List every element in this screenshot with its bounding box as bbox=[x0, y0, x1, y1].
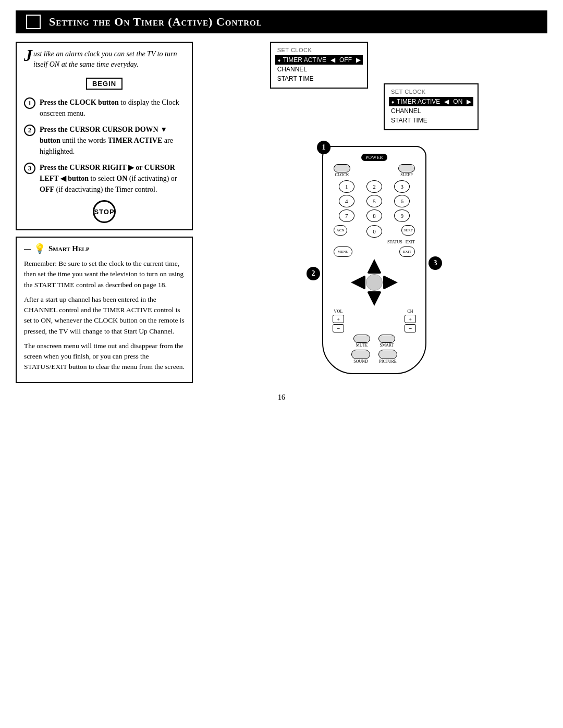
screen-left-wrapper: SET CLOCK ⬧ TIMER ACTIVE ◀ OFF ▶ CHANNEL… bbox=[270, 42, 368, 130]
tv-icon bbox=[26, 15, 41, 29]
right-arrow-indicator: ⬧ bbox=[391, 98, 395, 105]
btn-9[interactable]: 9 bbox=[394, 209, 410, 222]
acn-group: ACN bbox=[334, 225, 347, 238]
sound-label: SOUND bbox=[351, 359, 370, 364]
screen-right-row-1: CHANNEL bbox=[391, 106, 471, 116]
screen-right-on-value: ON bbox=[453, 98, 462, 105]
screens-container: SET CLOCK ⬧ TIMER ACTIVE ◀ OFF ▶ CHANNEL… bbox=[270, 42, 479, 130]
screen-right-row-0: ⬧ TIMER ACTIVE ◀ ON ▶ bbox=[389, 97, 473, 106]
smart-help-label: Smart Help bbox=[48, 244, 89, 253]
vol-buttons: + − bbox=[333, 315, 344, 332]
step-num-3: 3 bbox=[24, 163, 35, 174]
btn-3[interactable]: 3 bbox=[394, 180, 410, 193]
picture-button[interactable] bbox=[378, 350, 397, 359]
begin-badge: BEGIN bbox=[86, 78, 123, 90]
status-exit-row: STATUS EXIT bbox=[328, 240, 420, 246]
callout-3-label: 3 bbox=[434, 259, 437, 267]
screen-right-channel: CHANNEL bbox=[391, 107, 421, 115]
smart-help-para-2: After a start up channel has been entere… bbox=[24, 294, 185, 337]
smart-group: SMART bbox=[378, 335, 395, 348]
page-number: 16 bbox=[16, 393, 547, 402]
mute-label: MUTE bbox=[353, 343, 370, 348]
screen-left-timer-label: TIMER ACTIVE bbox=[283, 56, 326, 64]
screen-right-timer-label: TIMER ACTIVE bbox=[397, 98, 440, 105]
menu-button[interactable]: MENU bbox=[334, 246, 352, 257]
nav-center bbox=[366, 274, 383, 291]
vol-up[interactable]: + bbox=[333, 315, 344, 323]
right-arrow-left: ◀ bbox=[444, 98, 449, 105]
ch-buttons: + − bbox=[405, 315, 416, 332]
step-text-2: Press the CURSOR CURSOR DOWN ▼ button un… bbox=[40, 124, 185, 157]
surf-button[interactable]: SURF bbox=[401, 225, 415, 236]
cursor-right[interactable] bbox=[383, 275, 398, 290]
vol-label: VOL bbox=[334, 309, 342, 314]
vol-group: VOL + − bbox=[333, 309, 344, 332]
step-1: 1 Press the CLOCK button to display the … bbox=[24, 97, 185, 119]
ch-group: CH + − bbox=[405, 309, 416, 332]
btn-5[interactable]: 5 bbox=[366, 195, 382, 207]
screen-left-row-1: CHANNEL bbox=[277, 65, 361, 74]
smart-button[interactable] bbox=[378, 335, 395, 343]
vol-ch-row: VOL + − CH + − bbox=[328, 309, 420, 332]
sleep-label: SLEEP bbox=[398, 172, 415, 177]
btn-1[interactable]: 1 bbox=[339, 180, 354, 193]
picture-group: PICTURE bbox=[378, 350, 397, 364]
sound-button[interactable] bbox=[351, 350, 370, 359]
screen-left-row-2: START TIME bbox=[277, 74, 361, 83]
btn-7[interactable]: 7 bbox=[339, 209, 354, 222]
ch-label: CH bbox=[407, 309, 413, 314]
nav-cluster bbox=[351, 259, 398, 306]
smart-help-para-1: Remember: Be sure to set the clock to th… bbox=[24, 258, 185, 290]
screen-left-label: SET CLOCK bbox=[277, 47, 361, 53]
begin-center: BEGIN bbox=[24, 75, 185, 93]
screen-right-row-2: START TIME bbox=[391, 116, 471, 125]
left-arrow-left: ◀ bbox=[331, 56, 335, 64]
stop-badge-container: STOP bbox=[24, 200, 185, 223]
stop-label: STOP bbox=[94, 208, 114, 216]
btn-4[interactable]: 4 bbox=[339, 195, 354, 207]
sleep-btn-group: SLEEP bbox=[398, 164, 415, 177]
sound-group: SOUND bbox=[351, 350, 370, 364]
callout-2: 2 bbox=[307, 267, 320, 280]
vol-down[interactable]: − bbox=[333, 324, 344, 332]
btn-0[interactable]: 0 bbox=[366, 225, 382, 238]
power-button[interactable]: POWER bbox=[361, 154, 387, 161]
clock-button[interactable] bbox=[334, 164, 350, 172]
page-title: Setting the On Timer (Active) Control bbox=[49, 15, 262, 29]
main-content: Just like an alarm clock you can set the… bbox=[16, 42, 547, 383]
drop-cap: J bbox=[24, 49, 32, 63]
status-label: STATUS bbox=[387, 240, 402, 244]
ch-down[interactable]: − bbox=[405, 324, 416, 332]
mute-button[interactable] bbox=[353, 335, 370, 343]
left-arrow-indicator: ⬧ bbox=[277, 56, 281, 64]
exit-button[interactable]: EXIT bbox=[399, 246, 415, 257]
callout-1-label: 1 bbox=[322, 143, 326, 152]
bottom-buttons: SOUND PICTURE bbox=[328, 350, 420, 364]
screen-right: SET CLOCK ⬧ TIMER ACTIVE ◀ ON ▶ CHANNEL … bbox=[384, 83, 479, 130]
screen-right-starttime: START TIME bbox=[391, 117, 427, 124]
dash-icon: — bbox=[24, 244, 31, 253]
screen-left-off-value: OFF bbox=[339, 56, 352, 64]
instructions-box: Just like an alarm clock you can set the… bbox=[16, 42, 193, 230]
ch-up[interactable]: + bbox=[405, 315, 416, 323]
sleep-button[interactable] bbox=[398, 164, 415, 172]
screen-left-row-0: ⬧ TIMER ACTIVE ◀ OFF ▶ bbox=[275, 55, 363, 65]
exit-label: EXIT bbox=[406, 240, 415, 244]
intro-text: Just like an alarm clock you can set the… bbox=[24, 49, 185, 69]
cursor-up[interactable] bbox=[367, 259, 382, 274]
step-num-1: 1 bbox=[24, 97, 35, 109]
stop-circle: STOP bbox=[93, 200, 116, 223]
btn-6[interactable]: 6 bbox=[394, 195, 410, 207]
screen-left-channel: CHANNEL bbox=[277, 66, 307, 73]
acn-button[interactable]: ACN bbox=[334, 225, 347, 236]
btn-8[interactable]: 8 bbox=[366, 209, 382, 222]
callout-1: 1 bbox=[317, 141, 331, 154]
number-grid: 1 2 3 4 5 6 7 8 9 bbox=[328, 180, 420, 222]
remote: POWER CLOCK SLEEP 1 2 bbox=[322, 146, 426, 374]
clock-label: CLOCK bbox=[334, 172, 350, 177]
cursor-left[interactable] bbox=[351, 275, 365, 290]
cursor-down[interactable] bbox=[367, 291, 382, 306]
surf-group: SURF bbox=[401, 225, 415, 238]
btn-2[interactable]: 2 bbox=[366, 180, 382, 193]
page-header: Setting the On Timer (Active) Control bbox=[16, 10, 547, 33]
